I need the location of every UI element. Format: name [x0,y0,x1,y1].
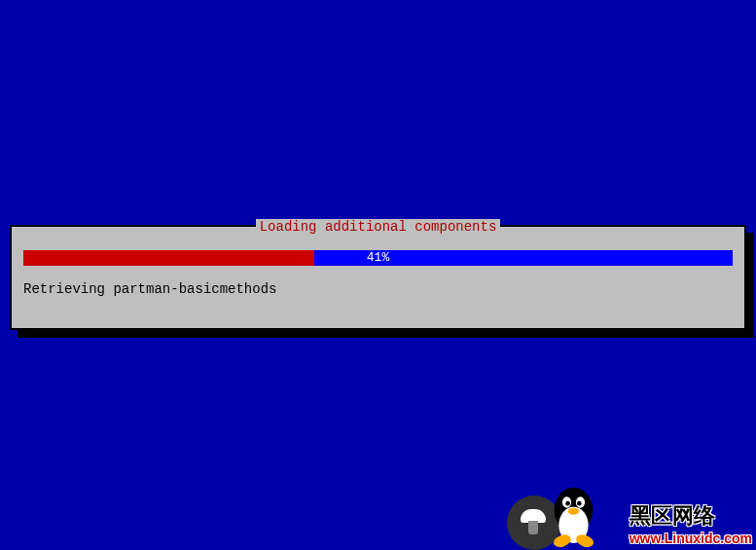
status-text: Retrieving partman-basicmethods [23,281,733,297]
dialog-title-wrapper: Loading additional components [12,219,744,235]
dialog-title: Loading additional components [256,219,501,235]
watermark-main: 黑区网络 [630,501,752,531]
svg-point-4 [565,501,570,506]
watermark: 黑区网络 www.Linuxidc.com [630,501,752,546]
svg-point-5 [577,501,582,506]
svg-point-6 [568,508,580,515]
watermark-url: www.Linuxidc.com [630,531,752,546]
dialog-box: Loading additional components 41% Retrie… [10,225,746,330]
progress-percent-label: 41% [23,250,733,266]
loading-dialog: Loading additional components 41% Retrie… [10,225,746,330]
linux-penguin-icon [537,482,610,550]
progress-bar: 41% [23,250,733,266]
